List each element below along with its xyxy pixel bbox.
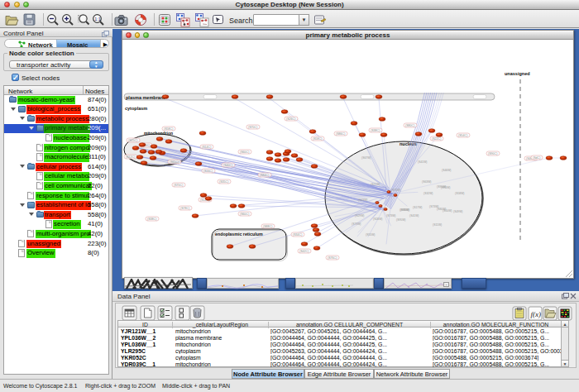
svg-text:(S80W): (S80W): [437, 208, 447, 211]
svg-text:(S43W): (S43W): [358, 198, 368, 202]
svg-text:(S78C): (S78C): [180, 207, 189, 210]
svg-text:plasma membrane: plasma membrane: [126, 95, 165, 100]
svg-text:f(x): f(x): [531, 310, 542, 318]
svg-text:(S22C): (S22C): [432, 137, 441, 141]
svg-text:(SdC): (SdC): [533, 156, 540, 160]
svg-text:endoplasmic reticulum: endoplasmic reticulum: [215, 232, 263, 237]
svg-text:(S16C): (S16C): [203, 170, 213, 173]
svg-text:(S86C): (S86C): [336, 132, 345, 136]
svg-text:(S41W): (S41W): [418, 160, 428, 164]
svg-text:(S88C): (S88C): [263, 225, 272, 228]
svg-text:(S41W): (S41W): [409, 214, 419, 218]
svg-text:(S78W): (S78W): [400, 208, 409, 212]
svg-text:(S80C): (S80C): [405, 124, 414, 127]
svg-text:(S38C): (S38C): [147, 218, 156, 221]
svg-text:cytoplasm: cytoplasm: [125, 106, 147, 111]
svg-text:(S95W): (S95W): [396, 218, 406, 222]
svg-text:unassigned: unassigned: [505, 71, 530, 76]
svg-text:(S65C): (S65C): [170, 160, 179, 164]
svg-text:(S55W): (S55W): [366, 233, 376, 237]
svg-text:(S26C): (S26C): [286, 117, 295, 121]
svg-text:(S46W): (S46W): [442, 169, 452, 172]
svg-text:(S17W): (S17W): [413, 206, 423, 209]
svg-text:(S90C): (S90C): [488, 152, 497, 155]
svg-text:(S26W): (S26W): [373, 218, 383, 221]
svg-text:(S29W): (S29W): [355, 214, 365, 218]
svg-text:(S70C): (S70C): [174, 184, 183, 187]
svg-text:(S73W): (S73W): [386, 214, 396, 218]
svg-text:(S58W): (S58W): [455, 192, 465, 195]
svg-text:1:1: 1:1: [94, 16, 101, 21]
svg-text:(S75W): (S75W): [391, 189, 401, 192]
svg-text:(S76C): (S76C): [328, 256, 337, 260]
svg-text:(S63W): (S63W): [422, 180, 432, 184]
svg-text:(S21W): (S21W): [371, 183, 380, 186]
svg-text:(S34C): (S34C): [293, 233, 302, 237]
svg-text:(S67W): (S67W): [361, 156, 371, 160]
svg-text:mitochondrion: mitochondrion: [144, 131, 173, 136]
svg-text:(S38C): (S38C): [371, 129, 380, 132]
svg-text:(S42C): (S42C): [299, 250, 309, 253]
svg-text:(S40C): (S40C): [223, 164, 232, 167]
svg-text:(S15C): (S15C): [128, 139, 137, 142]
svg-text:(S54C): (S54C): [458, 134, 467, 137]
svg-text:(S73W): (S73W): [352, 222, 361, 226]
svg-text:(S60C): (S60C): [240, 213, 249, 216]
svg-text:(S14C): (S14C): [202, 146, 211, 149]
svg-text:(S58C): (S58C): [313, 137, 322, 141]
svg-text:(S95W): (S95W): [441, 186, 451, 189]
svg-text:(S35C): (S35C): [219, 180, 228, 184]
svg-text:(S32W): (S32W): [423, 192, 433, 195]
svg-text:(S11W): (S11W): [433, 223, 442, 227]
svg-text:(S70C): (S70C): [248, 126, 257, 129]
svg-text:(S49W): (S49W): [453, 210, 463, 213]
svg-text:(S84C): (S84C): [260, 174, 269, 177]
svg-text:(S12C): (S12C): [126, 155, 135, 159]
svg-text:(S58C): (S58C): [164, 127, 173, 131]
svg-text:(S60C): (S60C): [240, 151, 249, 154]
